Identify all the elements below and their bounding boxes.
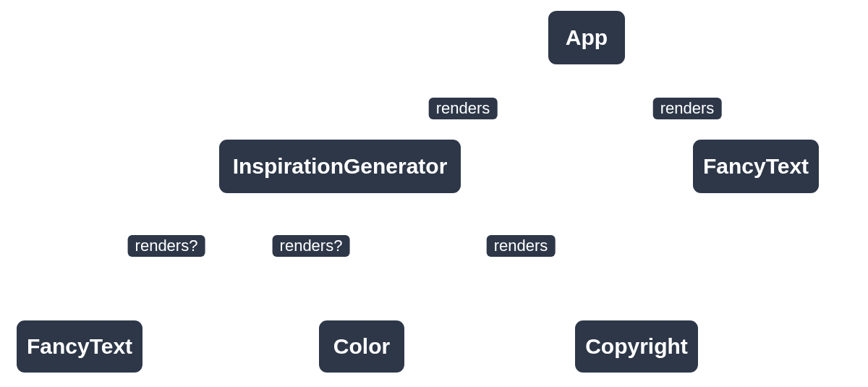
edge-label-app-to-ft: renders — [653, 98, 722, 119]
node-copyright-label: Copyright — [585, 334, 688, 359]
node-fancy-text-top-label: FancyText — [703, 154, 809, 179]
node-inspiration-generator-label: InspirationGenerator — [233, 154, 448, 179]
node-fancy-text-top: FancyText — [691, 137, 821, 195]
edge-label-app-to-ig: renders — [429, 98, 498, 119]
node-fancy-text-bottom: FancyText — [14, 318, 145, 375]
node-inspiration-generator: InspirationGenerator — [217, 137, 463, 195]
component-tree-diagram: App InspirationGenerator FancyText Fancy… — [0, 0, 868, 387]
edge-label-ig-to-copyright: renders — [487, 235, 556, 257]
node-app: App — [546, 9, 627, 67]
node-color: Color — [317, 318, 407, 375]
edge-label-ig-to-ft-cond: renders? — [128, 235, 205, 257]
node-color-label: Color — [333, 334, 390, 359]
node-app-label: App — [566, 25, 608, 50]
edge-label-ig-to-color-cond: renders? — [273, 235, 350, 257]
node-fancy-text-bottom-label: FancyText — [27, 334, 132, 359]
node-copyright: Copyright — [573, 318, 700, 375]
